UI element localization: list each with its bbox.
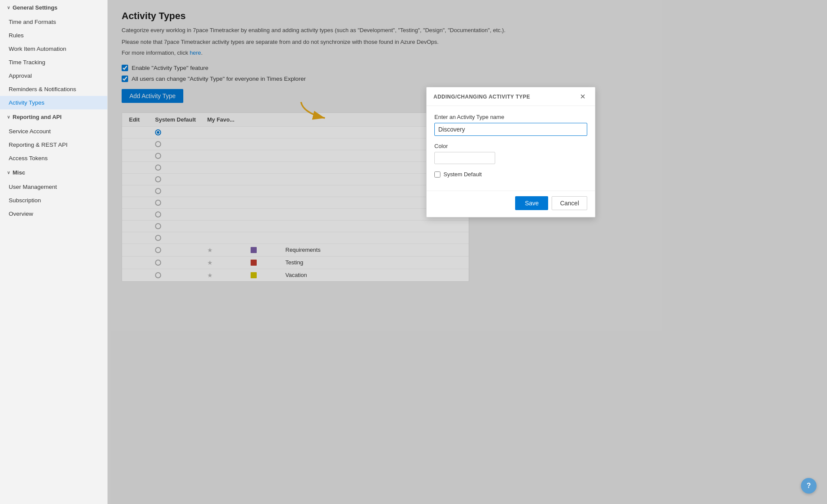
main-content: Activity Types Categorize every worklog … [108, 0, 827, 504]
sidebar-item-rules[interactable]: Rules [0, 29, 107, 42]
activity-type-name-input[interactable] [434, 123, 587, 136]
system-default-row: System Default [434, 171, 587, 178]
color-label: Color [434, 143, 587, 149]
sidebar-item-reminders-notifications[interactable]: Reminders & Notifications [0, 82, 107, 96]
sidebar-item-service-account[interactable]: Service Account [0, 125, 107, 138]
sidebar-item-subscription[interactable]: Subscription [0, 194, 107, 207]
sidebar-item-approval[interactable]: Approval [0, 69, 107, 82]
sidebar-item-access-tokens[interactable]: Access Tokens [0, 152, 107, 165]
sidebar-item-work-item-automation[interactable]: Work Item Automation [0, 42, 107, 56]
modal-title: ADDING/CHANGING ACTIVITY TYPE [433, 94, 530, 100]
help-button[interactable]: ? [801, 478, 817, 494]
color-input-wrapper [434, 152, 587, 164]
sidebar-reporting-label: Reporting and API [13, 114, 62, 120]
modal-close-button[interactable]: ✕ [577, 92, 588, 101]
modal-overlay: ADDING/CHANGING ACTIVITY TYPE ✕ Enter an… [108, 0, 827, 504]
sidebar-misc-header[interactable]: ∨ Misc [0, 165, 107, 180]
system-default-label: System Default [443, 171, 482, 178]
chevron-icon: ∨ [7, 5, 10, 10]
color-picker[interactable] [434, 152, 495, 164]
sidebar-misc-label: Misc [13, 169, 25, 176]
chevron-icon-misc: ∨ [7, 170, 10, 175]
cancel-button[interactable]: Cancel [552, 196, 587, 210]
modal-footer: Save Cancel [427, 191, 595, 217]
sidebar: ∨ General Settings Time and Formats Rule… [0, 0, 108, 504]
sidebar-item-time-and-formats[interactable]: Time and Formats [0, 15, 107, 29]
modal-adding-activity-type: ADDING/CHANGING ACTIVITY TYPE ✕ Enter an… [426, 87, 595, 217]
sidebar-item-overview[interactable]: Overview [0, 207, 107, 221]
sidebar-reporting-api-header[interactable]: ∨ Reporting and API [0, 109, 107, 125]
sidebar-general-settings-label: General Settings [13, 4, 57, 11]
system-default-checkbox[interactable] [434, 171, 440, 178]
sidebar-general-settings-header[interactable]: ∨ General Settings [0, 0, 107, 15]
modal-body: Enter an Activity Type name Color System… [427, 106, 595, 191]
sidebar-item-user-management[interactable]: User Management [0, 180, 107, 194]
chevron-icon-reporting: ∨ [7, 115, 10, 119]
save-button[interactable]: Save [515, 196, 548, 210]
modal-header: ADDING/CHANGING ACTIVITY TYPE ✕ [427, 87, 595, 106]
sidebar-item-activity-types[interactable]: Activity Types [0, 96, 107, 109]
sidebar-item-time-tracking[interactable]: Time Tracking [0, 56, 107, 69]
sidebar-item-reporting-rest-api[interactable]: Reporting & REST API [0, 138, 107, 152]
name-field-label: Enter an Activity Type name [434, 114, 587, 120]
